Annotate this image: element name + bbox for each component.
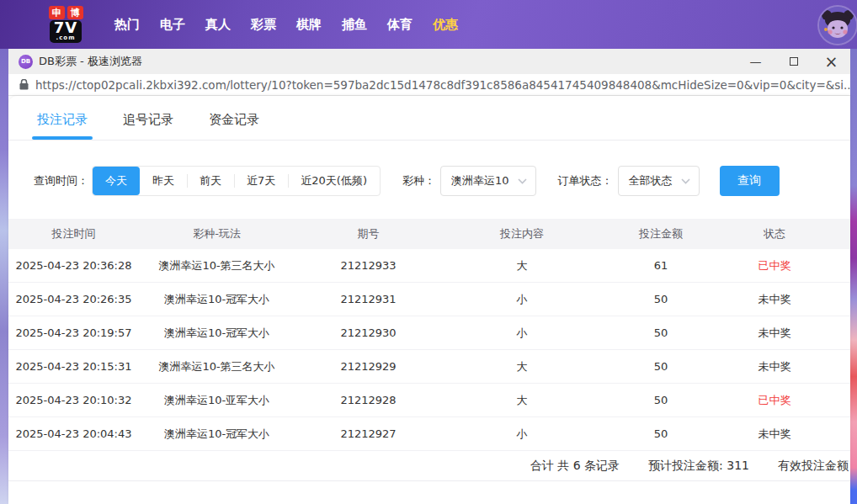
- window-title-bar[interactable]: DB DB彩票 - 极速浏览器 — ×: [8, 49, 850, 74]
- cell-bet-content: 小: [442, 417, 602, 450]
- header-bet-content: 投注内容: [442, 219, 602, 249]
- site-logo[interactable]: 申 博 7V .com: [39, 6, 93, 43]
- cell-bet-time: 2025-04-23 20:26:35: [8, 283, 139, 316]
- browser-window: DB DB彩票 - 极速浏览器 — × https://ctop02pcali.…: [8, 49, 850, 504]
- table-row: 2025-04-23 20:15:31 澳洲幸运10-第三名大小 2121292…: [8, 350, 850, 384]
- avatar-illustration: [819, 7, 856, 44]
- cell-bet-content: 大: [442, 350, 602, 383]
- cell-bet-time: 2025-04-23 20:36:28: [8, 249, 139, 282]
- cell-game-play: 澳洲幸运10-冠军大小: [139, 316, 295, 349]
- cell-bet-amount: 61: [602, 249, 720, 282]
- background-page-right-edge: [850, 49, 857, 504]
- time-option-day-before[interactable]: 前天: [187, 167, 234, 195]
- time-range-group: 今天 昨天 前天 近7天 近20天(低频): [92, 166, 381, 196]
- cell-issue: 21212930: [295, 316, 442, 349]
- nav-item-lottery[interactable]: 彩票: [241, 8, 286, 41]
- time-option-7days[interactable]: 近7天: [234, 167, 288, 195]
- filter-bar: 查询时间： 今天 昨天 前天 近7天 近20天(低频) 彩种： 澳洲幸运10 订…: [34, 166, 850, 196]
- lottery-select-value: 澳洲幸运10: [451, 173, 509, 188]
- summary-estimated-amount: 预计投注金额: 311: [648, 459, 749, 474]
- cell-issue: 21212928: [295, 384, 442, 416]
- logo-main-text: 7V: [54, 20, 77, 35]
- time-option-20days[interactable]: 近20天(低频): [288, 167, 380, 195]
- cell-issue: 21212931: [295, 283, 442, 316]
- time-option-today[interactable]: 今天: [93, 167, 140, 195]
- cell-game-play: 澳洲幸运10-亚军大小: [139, 384, 295, 416]
- cell-bet-amount: 50: [602, 316, 720, 349]
- close-icon: ×: [825, 52, 838, 71]
- time-option-yesterday[interactable]: 昨天: [140, 167, 187, 195]
- table-row: 2025-04-23 20:36:28 澳洲幸运10-第三名大小 2121293…: [8, 249, 850, 283]
- cell-bet-amount: 50: [602, 417, 720, 450]
- status-badge: 已中奖: [720, 249, 829, 282]
- table-row: 2025-04-23 20:26:35 澳洲幸运10-冠军大小 21212931…: [8, 283, 850, 316]
- status-badge: 未中奖: [720, 283, 829, 316]
- tab-bet-records[interactable]: 投注记录: [37, 112, 88, 140]
- summary-total-records: 合计 共 6 条记录: [530, 459, 620, 474]
- site-top-bar: 申 博 7V .com 热门 电子 真人 彩票 棋牌 捕鱼 体育 优惠: [0, 0, 857, 49]
- tab-fund-records[interactable]: 资金记录: [209, 112, 259, 140]
- table-header-row: 投注时间 彩种-玩法 期号 投注内容 投注金额 状态: [8, 219, 850, 249]
- cell-bet-time: 2025-04-23 20:15:31: [8, 350, 139, 383]
- window-controls: — ×: [737, 49, 850, 74]
- search-button[interactable]: 查询: [720, 166, 780, 196]
- close-button[interactable]: ×: [812, 49, 850, 74]
- nav-item-hot[interactable]: 热门: [104, 8, 150, 41]
- cell-issue: 21212927: [295, 417, 442, 450]
- lottery-filter-label: 彩种：: [402, 173, 435, 188]
- cell-game-play: 澳洲幸运10-冠军大小: [139, 417, 295, 450]
- address-bar[interactable]: https://ctop02pcali.2kbxi392.com/lottery…: [8, 74, 850, 96]
- logo-sub-text: .com: [54, 35, 77, 41]
- tab-chase-records[interactable]: 追号记录: [123, 112, 173, 140]
- header-bet-time: 投注时间: [8, 219, 139, 249]
- status-badge: 未中奖: [720, 417, 829, 450]
- nav-item-sports[interactable]: 体育: [377, 8, 423, 41]
- minimize-button[interactable]: —: [737, 49, 774, 74]
- header-game-play: 彩种-玩法: [139, 219, 295, 249]
- site-nav: 热门 电子 真人 彩票 棋牌 捕鱼 体育 优惠: [104, 8, 468, 41]
- header-status: 状态: [720, 219, 829, 249]
- nav-item-slots[interactable]: 电子: [150, 8, 195, 41]
- cell-bet-time: 2025-04-23 20:19:57: [8, 316, 139, 349]
- logo-badge-2: 博: [67, 6, 83, 19]
- user-avatar[interactable]: [819, 7, 856, 44]
- order-status-select[interactable]: 全部状态: [618, 166, 700, 196]
- page-favicon: DB: [19, 55, 33, 69]
- cell-bet-amount: 50: [602, 283, 720, 316]
- status-badge: 未中奖: [720, 350, 829, 383]
- logo-badges: 申 博: [49, 6, 83, 19]
- nav-item-promo[interactable]: 优惠: [423, 8, 468, 41]
- window-title: DB彩票 - 极速浏览器: [39, 54, 142, 69]
- cell-issue: 21212933: [295, 249, 442, 282]
- cell-bet-content: 小: [442, 316, 602, 349]
- url-text: https://ctop02pcali.2kbxi392.com/lottery…: [35, 78, 850, 92]
- nav-item-live[interactable]: 真人: [195, 8, 241, 41]
- order-status-value: 全部状态: [629, 173, 673, 188]
- cell-bet-content: 大: [442, 249, 602, 282]
- cell-game-play: 澳洲幸运10-冠军大小: [139, 283, 295, 316]
- status-badge: 未中奖: [720, 316, 829, 349]
- minimize-icon: —: [750, 55, 762, 68]
- maximize-button[interactable]: [774, 49, 812, 74]
- order-status-label: 订单状态：: [558, 173, 613, 188]
- status-badge: 已中奖: [720, 384, 829, 416]
- background-page-left-edge: [0, 49, 8, 504]
- cell-bet-time: 2025-04-23 20:10:32: [8, 384, 139, 416]
- cell-bet-content: 大: [442, 384, 602, 416]
- summary-valid-amount: 有效投注金额: [778, 459, 849, 474]
- table-row: 2025-04-23 20:19:57 澳洲幸运10-冠军大小 21212930…: [8, 316, 850, 350]
- cell-bet-amount: 50: [602, 384, 720, 416]
- screen: 申 博 7V .com 热门 电子 真人 彩票 棋牌 捕鱼 体育 优惠: [0, 0, 857, 504]
- table-row: 2025-04-23 20:10:32 澳洲幸运10-亚军大小 21212928…: [8, 384, 850, 417]
- maximize-icon: [790, 57, 798, 66]
- time-filter-label: 查询时间：: [34, 173, 88, 188]
- app-content: 投注记录 追号记录 资金记录 查询时间： 今天 昨天 前天 近7天 近20天(低…: [8, 96, 850, 504]
- nav-item-cards[interactable]: 棋牌: [286, 8, 332, 41]
- cell-game-play: 澳洲幸运10-第三名大小: [139, 249, 295, 282]
- lock-icon: [19, 79, 29, 90]
- nav-item-fishing[interactable]: 捕鱼: [332, 8, 377, 41]
- logo-box: 7V .com: [50, 20, 82, 43]
- table-row: 2025-04-23 20:04:43 澳洲幸运10-冠军大小 21212927…: [8, 417, 850, 451]
- chevron-down-icon: [681, 178, 690, 184]
- lottery-select[interactable]: 澳洲幸运10: [440, 166, 536, 196]
